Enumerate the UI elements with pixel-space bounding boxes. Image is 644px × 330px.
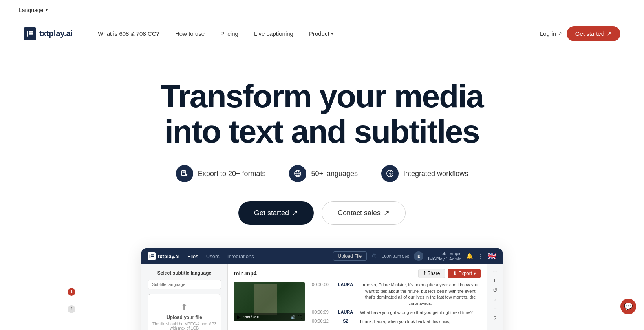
app-nav-integrations[interactable]: Integrations [227, 253, 254, 259]
export-button[interactable]: ⬇ Export ▾ [448, 269, 481, 278]
contact-sales-button[interactable]: Contact sales ↗ [322, 201, 406, 225]
language-selector[interactable]: Language ▾ [19, 7, 48, 13]
nav-what-is[interactable]: What is 608 & 708 CC? [91, 27, 166, 40]
subtitle-language-input[interactable] [148, 280, 221, 289]
logo-icon [24, 28, 36, 40]
logo-text: txtplay.ai [39, 29, 73, 38]
app-bar-logo-icon [148, 252, 156, 260]
nav-right: Log in ↗ Get started ↗ [540, 26, 620, 41]
svg-rect-1 [29, 31, 33, 32]
fullscreen-icon[interactable]: ⛶ [298, 315, 302, 319]
volume-icon[interactable]: 🔊 [291, 315, 295, 319]
user-role: IMGPlay 1 Admin [428, 256, 461, 262]
svg-rect-2 [29, 33, 33, 34]
more-icon: ⋮ [478, 253, 483, 259]
toolbar-icon-1[interactable]: ↔ [492, 268, 498, 274]
cta-secondary-label: Contact sales [338, 209, 381, 217]
app-bar: txtplay.ai Files Users Integrations Uplo… [141, 248, 503, 264]
toolbar-icon-5[interactable]: ≡ [493, 306, 496, 312]
toolbar-icon-2[interactable]: ⏸ [492, 277, 498, 284]
svg-point-12 [389, 173, 391, 175]
cta-primary-label: Get started [254, 209, 289, 217]
step-indicators: 1 2 [68, 288, 75, 313]
ts-time-1: 00:00:09 [309, 310, 331, 315]
feature-export: Export to 20+ formats [176, 165, 266, 182]
login-label: Log in [540, 30, 556, 37]
stats-text: 100h 33m 56s [382, 254, 409, 258]
nav-how-to-use[interactable]: How to use [169, 27, 211, 40]
file-header: min.mp4 ⤴ Share ⬇ Export ▾ [234, 269, 481, 278]
transcript-row-2: 00:00:12 S2 I think, Laura, when you loo… [309, 319, 481, 324]
step-2: 2 [68, 305, 75, 313]
svg-rect-6 [182, 174, 184, 174]
toolbar-icon-4[interactable]: ♪ [494, 296, 496, 302]
action-buttons: ⤴ Share ⬇ Export ▾ [418, 269, 481, 278]
nav-links: What is 608 & 708 CC? How to use Pricing… [91, 27, 540, 40]
globe-svg [293, 169, 302, 178]
user-name: Ibb Lampic [428, 251, 461, 256]
login-link[interactable]: Log in ↗ [540, 30, 562, 37]
app-logo-svg [149, 253, 154, 259]
toolbar-icon-3[interactable]: ↺ [493, 287, 498, 293]
workflows-svg [386, 169, 394, 178]
ts-text-1: What have you got wrong so that you get … [360, 310, 473, 315]
step-1: 1 [68, 288, 75, 296]
nav-product[interactable]: Product ▾ [303, 27, 340, 40]
svg-rect-15 [151, 256, 154, 257]
transcript-row-0: 00:00:00 LAURA And so, Prime Minister, i… [309, 282, 481, 306]
transcript-area: 00:00:00 LAURA And so, Prime Minister, i… [309, 282, 481, 328]
video-player: ▶ 1:09 / 3:01 🔊 ⛶ [234, 282, 305, 321]
feature-languages: 50+ languages [289, 165, 358, 182]
app-bar-logo: txtplay.ai [148, 252, 179, 260]
svg-rect-0 [27, 31, 28, 36]
svg-rect-13 [150, 255, 150, 258]
feedback-button[interactable]: 💬 [620, 299, 636, 314]
video-overlay: ▶ 1:09 / 3:01 🔊 ⛶ [234, 313, 305, 321]
features-row: Export to 20+ formats 50+ languages [16, 165, 628, 182]
feature-export-text: Export to 20+ formats [198, 170, 266, 178]
download-icon: ⬇ [453, 271, 457, 276]
chevron-icon: ▾ [474, 271, 476, 276]
logo[interactable]: txtplay.ai [24, 28, 73, 40]
arrow-icon: ↗ [384, 209, 390, 217]
external-link-icon: ↗ [558, 31, 562, 37]
panel-title: Select subtitle language [148, 270, 221, 276]
user-info: Ibb Lampic IMGPlay 1 Admin [428, 251, 461, 262]
feature-workflows: Integrated workflows [381, 165, 468, 182]
toolbar-icon-6[interactable]: ? [494, 315, 497, 321]
upload-file-button[interactable]: Upload File [333, 251, 367, 261]
upload-area-sub: The file should be MPEG-4 and MP3 with m… [152, 322, 217, 330]
get-started-button[interactable]: Get started ↗ [567, 26, 620, 41]
share-button[interactable]: ⤴ Share [418, 269, 445, 278]
workflows-icon [381, 165, 399, 182]
left-panel: Select subtitle language ⬆ Upload your f… [141, 264, 228, 330]
svg-rect-14 [151, 255, 154, 255]
chevron-down-icon: ▾ [331, 31, 333, 36]
export-label: Export [458, 271, 472, 276]
hero-title-line2: into text and subtitles [165, 114, 479, 149]
flag-icon: 🇬🇧 [488, 252, 496, 260]
hero-title: Transform your media into text and subti… [16, 79, 628, 149]
share-icon: ⤴ [423, 271, 426, 276]
app-preview-wrapper: 1 2 txtplay.ai Files [79, 248, 565, 330]
get-started-label: Get started [575, 30, 604, 37]
app-nav-files[interactable]: Files [187, 253, 198, 259]
feedback-icon: 💬 [624, 302, 633, 311]
ts-speaker-1: LAURA [336, 310, 355, 315]
app-nav-users[interactable]: Users [206, 253, 220, 259]
ts-speaker-2: S2 [336, 319, 355, 324]
media-row: ▶ 1:09 / 3:01 🔊 ⛶ 00:00:00 LAURA A [234, 282, 481, 328]
nav-live-captioning[interactable]: Live captioning [248, 27, 300, 40]
globe-icon [289, 165, 306, 182]
cta-row: Get started ↗ Contact sales ↗ [16, 201, 628, 225]
external-link-icon: ↗ [607, 30, 612, 37]
play-icon[interactable]: ▶ [237, 314, 241, 320]
upload-btn-label: Upload File [338, 253, 362, 259]
hero-get-started-button[interactable]: Get started ↗ [238, 201, 314, 225]
ts-text-0: And so, Prime Minister, it's been quite … [360, 282, 481, 306]
nav-pricing[interactable]: Pricing [214, 27, 245, 40]
clock-icon: ⏱ [371, 253, 377, 259]
file-name: min.mp4 [234, 270, 257, 277]
arrow-icon: ↗ [292, 209, 298, 217]
notification-icon: 🔔 [466, 253, 473, 259]
